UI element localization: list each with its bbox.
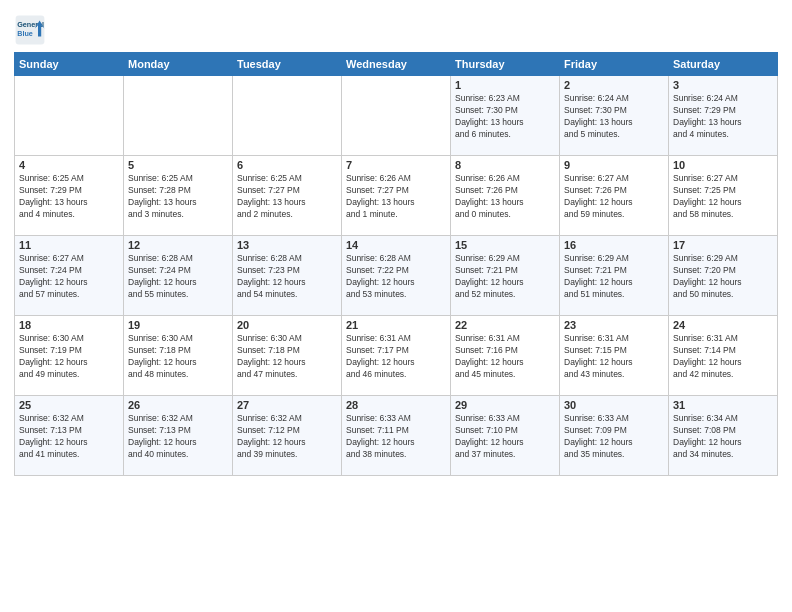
day-info: Sunrise: 6:33 AM Sunset: 7:10 PM Dayligh… <box>455 413 555 461</box>
day-info: Sunrise: 6:24 AM Sunset: 7:30 PM Dayligh… <box>564 93 664 141</box>
calendar-cell: 3Sunrise: 6:24 AM Sunset: 7:29 PM Daylig… <box>669 76 778 156</box>
day-number: 4 <box>19 159 119 171</box>
calendar-cell: 16Sunrise: 6:29 AM Sunset: 7:21 PM Dayli… <box>560 236 669 316</box>
svg-text:Blue: Blue <box>17 29 33 38</box>
day-info: Sunrise: 6:34 AM Sunset: 7:08 PM Dayligh… <box>673 413 773 461</box>
page-container: General Blue SundayMondayTuesdayWednesda… <box>0 0 792 484</box>
day-number: 7 <box>346 159 446 171</box>
day-number: 13 <box>237 239 337 251</box>
day-info: Sunrise: 6:32 AM Sunset: 7:13 PM Dayligh… <box>19 413 119 461</box>
calendar-cell <box>15 76 124 156</box>
day-info: Sunrise: 6:31 AM Sunset: 7:16 PM Dayligh… <box>455 333 555 381</box>
calendar-body: 1Sunrise: 6:23 AM Sunset: 7:30 PM Daylig… <box>15 76 778 476</box>
day-number: 2 <box>564 79 664 91</box>
weekday-header-sunday: Sunday <box>15 53 124 76</box>
day-number: 31 <box>673 399 773 411</box>
day-number: 28 <box>346 399 446 411</box>
logo: General Blue <box>14 14 50 46</box>
calendar-cell: 25Sunrise: 6:32 AM Sunset: 7:13 PM Dayli… <box>15 396 124 476</box>
day-number: 26 <box>128 399 228 411</box>
day-info: Sunrise: 6:29 AM Sunset: 7:20 PM Dayligh… <box>673 253 773 301</box>
day-info: Sunrise: 6:25 AM Sunset: 7:28 PM Dayligh… <box>128 173 228 221</box>
logo-icon: General Blue <box>14 14 46 46</box>
day-number: 20 <box>237 319 337 331</box>
calendar-cell <box>124 76 233 156</box>
calendar-cell: 28Sunrise: 6:33 AM Sunset: 7:11 PM Dayli… <box>342 396 451 476</box>
calendar-cell: 15Sunrise: 6:29 AM Sunset: 7:21 PM Dayli… <box>451 236 560 316</box>
day-info: Sunrise: 6:27 AM Sunset: 7:26 PM Dayligh… <box>564 173 664 221</box>
day-number: 12 <box>128 239 228 251</box>
calendar-cell: 6Sunrise: 6:25 AM Sunset: 7:27 PM Daylig… <box>233 156 342 236</box>
day-info: Sunrise: 6:28 AM Sunset: 7:23 PM Dayligh… <box>237 253 337 301</box>
day-info: Sunrise: 6:31 AM Sunset: 7:14 PM Dayligh… <box>673 333 773 381</box>
calendar-cell: 20Sunrise: 6:30 AM Sunset: 7:18 PM Dayli… <box>233 316 342 396</box>
day-info: Sunrise: 6:29 AM Sunset: 7:21 PM Dayligh… <box>564 253 664 301</box>
calendar-cell: 23Sunrise: 6:31 AM Sunset: 7:15 PM Dayli… <box>560 316 669 396</box>
day-info: Sunrise: 6:27 AM Sunset: 7:25 PM Dayligh… <box>673 173 773 221</box>
day-info: Sunrise: 6:30 AM Sunset: 7:18 PM Dayligh… <box>237 333 337 381</box>
day-info: Sunrise: 6:32 AM Sunset: 7:12 PM Dayligh… <box>237 413 337 461</box>
calendar-cell: 21Sunrise: 6:31 AM Sunset: 7:17 PM Dayli… <box>342 316 451 396</box>
day-info: Sunrise: 6:28 AM Sunset: 7:24 PM Dayligh… <box>128 253 228 301</box>
calendar-cell: 4Sunrise: 6:25 AM Sunset: 7:29 PM Daylig… <box>15 156 124 236</box>
calendar-week-row: 4Sunrise: 6:25 AM Sunset: 7:29 PM Daylig… <box>15 156 778 236</box>
calendar-cell: 29Sunrise: 6:33 AM Sunset: 7:10 PM Dayli… <box>451 396 560 476</box>
day-number: 19 <box>128 319 228 331</box>
day-info: Sunrise: 6:32 AM Sunset: 7:13 PM Dayligh… <box>128 413 228 461</box>
calendar-cell: 2Sunrise: 6:24 AM Sunset: 7:30 PM Daylig… <box>560 76 669 156</box>
day-info: Sunrise: 6:33 AM Sunset: 7:11 PM Dayligh… <box>346 413 446 461</box>
day-info: Sunrise: 6:26 AM Sunset: 7:27 PM Dayligh… <box>346 173 446 221</box>
day-number: 6 <box>237 159 337 171</box>
day-number: 23 <box>564 319 664 331</box>
calendar-cell: 18Sunrise: 6:30 AM Sunset: 7:19 PM Dayli… <box>15 316 124 396</box>
day-info: Sunrise: 6:25 AM Sunset: 7:27 PM Dayligh… <box>237 173 337 221</box>
weekday-header-row: SundayMondayTuesdayWednesdayThursdayFrid… <box>15 53 778 76</box>
day-info: Sunrise: 6:24 AM Sunset: 7:29 PM Dayligh… <box>673 93 773 141</box>
day-info: Sunrise: 6:31 AM Sunset: 7:17 PM Dayligh… <box>346 333 446 381</box>
day-number: 29 <box>455 399 555 411</box>
calendar-cell: 24Sunrise: 6:31 AM Sunset: 7:14 PM Dayli… <box>669 316 778 396</box>
day-number: 15 <box>455 239 555 251</box>
day-info: Sunrise: 6:29 AM Sunset: 7:21 PM Dayligh… <box>455 253 555 301</box>
day-number: 10 <box>673 159 773 171</box>
calendar-cell: 5Sunrise: 6:25 AM Sunset: 7:28 PM Daylig… <box>124 156 233 236</box>
weekday-header-tuesday: Tuesday <box>233 53 342 76</box>
weekday-header-thursday: Thursday <box>451 53 560 76</box>
day-number: 3 <box>673 79 773 91</box>
calendar-week-row: 18Sunrise: 6:30 AM Sunset: 7:19 PM Dayli… <box>15 316 778 396</box>
day-number: 24 <box>673 319 773 331</box>
weekday-header-saturday: Saturday <box>669 53 778 76</box>
calendar-cell: 27Sunrise: 6:32 AM Sunset: 7:12 PM Dayli… <box>233 396 342 476</box>
day-info: Sunrise: 6:31 AM Sunset: 7:15 PM Dayligh… <box>564 333 664 381</box>
calendar-cell: 7Sunrise: 6:26 AM Sunset: 7:27 PM Daylig… <box>342 156 451 236</box>
day-number: 18 <box>19 319 119 331</box>
calendar-cell: 30Sunrise: 6:33 AM Sunset: 7:09 PM Dayli… <box>560 396 669 476</box>
day-info: Sunrise: 6:28 AM Sunset: 7:22 PM Dayligh… <box>346 253 446 301</box>
calendar-cell: 26Sunrise: 6:32 AM Sunset: 7:13 PM Dayli… <box>124 396 233 476</box>
day-info: Sunrise: 6:33 AM Sunset: 7:09 PM Dayligh… <box>564 413 664 461</box>
day-number: 9 <box>564 159 664 171</box>
day-number: 21 <box>346 319 446 331</box>
calendar-cell: 22Sunrise: 6:31 AM Sunset: 7:16 PM Dayli… <box>451 316 560 396</box>
calendar-cell <box>233 76 342 156</box>
day-info: Sunrise: 6:23 AM Sunset: 7:30 PM Dayligh… <box>455 93 555 141</box>
day-number: 25 <box>19 399 119 411</box>
calendar-cell: 19Sunrise: 6:30 AM Sunset: 7:18 PM Dayli… <box>124 316 233 396</box>
header: General Blue <box>14 10 778 46</box>
calendar-week-row: 1Sunrise: 6:23 AM Sunset: 7:30 PM Daylig… <box>15 76 778 156</box>
weekday-header-monday: Monday <box>124 53 233 76</box>
day-info: Sunrise: 6:27 AM Sunset: 7:24 PM Dayligh… <box>19 253 119 301</box>
weekday-header-wednesday: Wednesday <box>342 53 451 76</box>
calendar-cell: 14Sunrise: 6:28 AM Sunset: 7:22 PM Dayli… <box>342 236 451 316</box>
calendar-cell: 13Sunrise: 6:28 AM Sunset: 7:23 PM Dayli… <box>233 236 342 316</box>
calendar-week-row: 11Sunrise: 6:27 AM Sunset: 7:24 PM Dayli… <box>15 236 778 316</box>
calendar-cell <box>342 76 451 156</box>
calendar-cell: 9Sunrise: 6:27 AM Sunset: 7:26 PM Daylig… <box>560 156 669 236</box>
day-info: Sunrise: 6:26 AM Sunset: 7:26 PM Dayligh… <box>455 173 555 221</box>
calendar-cell: 11Sunrise: 6:27 AM Sunset: 7:24 PM Dayli… <box>15 236 124 316</box>
day-number: 17 <box>673 239 773 251</box>
calendar-cell: 12Sunrise: 6:28 AM Sunset: 7:24 PM Dayli… <box>124 236 233 316</box>
day-number: 16 <box>564 239 664 251</box>
day-info: Sunrise: 6:25 AM Sunset: 7:29 PM Dayligh… <box>19 173 119 221</box>
day-number: 11 <box>19 239 119 251</box>
